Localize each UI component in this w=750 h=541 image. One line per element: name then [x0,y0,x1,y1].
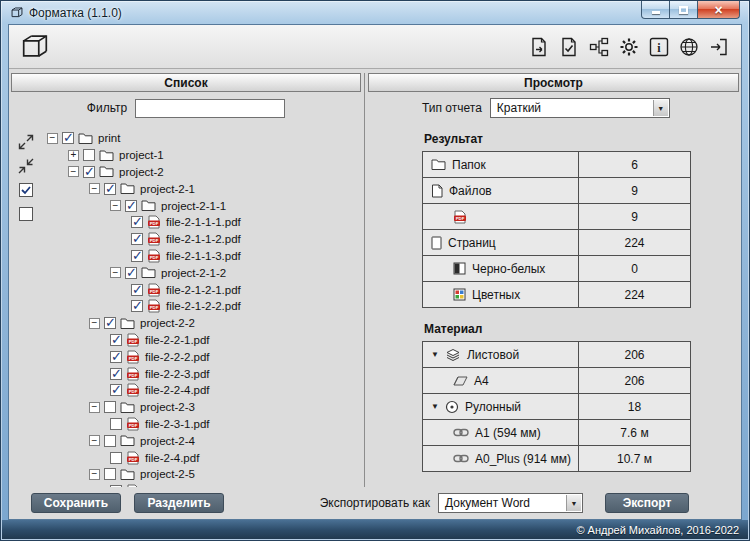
tree-item-file[interactable]: PDFfile-2-1-2-1.pdf [41,281,361,298]
titlebar[interactable]: Форматка (1.1.0) × [1,1,749,24]
tree-item-checkbox[interactable] [104,317,116,329]
collapse-toggle-icon[interactable]: − [89,435,100,446]
tree-item-file[interactable]: PDFfile-2-1-1-3.pdf [41,248,361,265]
collapse-toggle-icon[interactable]: − [68,166,79,177]
export-button[interactable]: Экспорт [605,493,689,513]
tree-item-checkbox[interactable] [125,200,137,212]
tree-item-file[interactable]: PDFfile-2-4.pdf [41,449,361,466]
tree-item-checkbox[interactable] [125,267,137,279]
tree-item-checkbox[interactable] [104,183,116,195]
tree-item-folder[interactable]: −project-2-3 [41,399,361,416]
tree-item-checkbox[interactable] [110,418,122,430]
tree-item-file[interactable]: PDFfile-2-2-1.pdf [41,332,361,349]
tree-item-checkbox[interactable] [110,334,122,346]
filter-input[interactable] [135,99,285,118]
row-value: 10.7 м [579,446,691,472]
collapse-toggle-icon[interactable]: − [89,318,100,329]
expand-toggle-icon[interactable]: + [68,150,79,161]
chevron-down-icon[interactable]: ▼ [566,495,581,511]
svg-text:PDF: PDF [150,288,159,293]
collapse-toggle-icon[interactable]: − [89,469,100,480]
app-window: Форматка (1.1.0) × i Список Фильтр [0,0,750,541]
folder-icon [120,317,135,330]
collapse-toggle-icon[interactable]: − [110,200,121,211]
export-format-select[interactable]: Документ Word ▼ [438,493,583,513]
uncheck-all-icon[interactable] [17,204,36,223]
gear-icon[interactable] [617,35,641,59]
split-button[interactable]: Разделить [134,493,224,513]
window-controls: × [641,1,740,19]
statusbar: © Андрей Михайлов, 2016-2022 [2,520,748,539]
tree-item-folder[interactable]: −project-2-4 [41,432,361,449]
row-label: A1 (594 мм) [475,426,541,440]
collapse-all-icon[interactable] [17,156,36,175]
tree-item-checkbox[interactable] [104,468,116,480]
tree-item-checkbox[interactable] [131,300,143,312]
maximize-button[interactable] [670,1,697,19]
tree-item-checkbox[interactable] [110,368,122,380]
save-button[interactable]: Сохранить [31,493,121,513]
chevron-down-icon[interactable]: ▼ [653,100,668,116]
expand-all-icon[interactable] [17,132,36,151]
tree-item-checkbox[interactable] [131,250,143,262]
tree-item-label: project-1 [118,149,164,161]
tree-item-folder[interactable]: −project-2-2 [41,315,361,332]
tree-item-file[interactable]: PDFfile-2-1-1-2.pdf [41,231,361,248]
row-value: 9 [579,204,691,230]
tree-item-checkbox[interactable] [131,284,143,296]
tree-item-checkbox[interactable] [83,166,95,178]
panel-splitter[interactable] [361,73,368,487]
folder-icon [99,149,114,162]
close-button[interactable]: × [697,1,740,19]
tree-item-folder[interactable]: +project-1 [41,147,361,164]
tree-item-folder[interactable]: −project-2-1-1 [41,197,361,214]
tree-item-file[interactable]: PDFfile-2-1-2-2.pdf [41,298,361,315]
tree-item-file[interactable]: PDFfile-2-2-4.pdf [41,382,361,399]
tree-item-checkbox[interactable] [104,435,116,447]
svg-text:PDF: PDF [129,389,138,394]
svg-text:PDF: PDF [456,215,465,220]
globe-icon[interactable] [677,35,701,59]
table-row: Черно-белых0 [423,256,691,282]
tree-item-folder[interactable]: −project-2 [41,164,361,181]
tree-item-file[interactable]: PDFfile-2-2-2.pdf [41,348,361,365]
tree-item-folder[interactable]: −print [41,130,361,147]
collapse-triangle-icon[interactable]: ▼ [431,351,439,359]
tree-item-label: project-2-1 [139,183,195,195]
tree-item-file[interactable]: PDFfile-2-3-1.pdf [41,416,361,433]
tree-item-checkbox[interactable] [110,351,122,363]
tree-item-checkbox[interactable] [83,149,95,161]
check-all-icon[interactable] [17,180,36,199]
table-row: A1 (594 мм)7.6 м [423,420,691,446]
tree-item-folder[interactable]: −project-2-5 [41,466,361,483]
tree-item-checkbox[interactable] [131,216,143,228]
tree-item-checkbox[interactable] [110,384,122,396]
collapse-toggle-icon[interactable]: − [47,133,58,144]
table-row: Страниц224 [423,230,691,256]
tree-item-folder[interactable]: −project-2-1 [41,180,361,197]
exit-icon[interactable] [707,35,731,59]
tree-item-checkbox[interactable] [104,401,116,413]
info-icon[interactable]: i [647,35,671,59]
tree-item-file[interactable]: PDFfile-2-1-1-1.pdf [41,214,361,231]
row-label: Папок [452,158,486,172]
collapse-toggle-icon[interactable]: − [89,183,100,194]
tree-item-file[interactable]: PDFfile-2-2-3.pdf [41,365,361,382]
collapse-toggle-icon[interactable]: − [110,267,121,278]
list-panel-header: Список [11,73,361,92]
minimize-button[interactable] [641,1,670,19]
collapse-triangle-icon[interactable]: ▼ [431,403,439,411]
tree-item-checkbox[interactable] [110,485,122,487]
tree-item-checkbox[interactable] [110,452,122,464]
tree-item-checkbox[interactable] [131,233,143,245]
tree-view-icon[interactable] [587,35,611,59]
report-type-select[interactable]: Краткий ▼ [490,98,670,118]
result-section-title: Результат [424,132,739,146]
tree-item-label: file-2-1-2-1.pdf [165,284,241,296]
report-icon[interactable] [527,35,551,59]
tree-item-folder[interactable]: −project-2-1-2 [41,264,361,281]
report-check-icon[interactable] [557,35,581,59]
tree-item-checkbox[interactable] [62,132,74,144]
tree-item-label: project-2-1-1 [160,200,226,212]
collapse-toggle-icon[interactable]: − [89,402,100,413]
